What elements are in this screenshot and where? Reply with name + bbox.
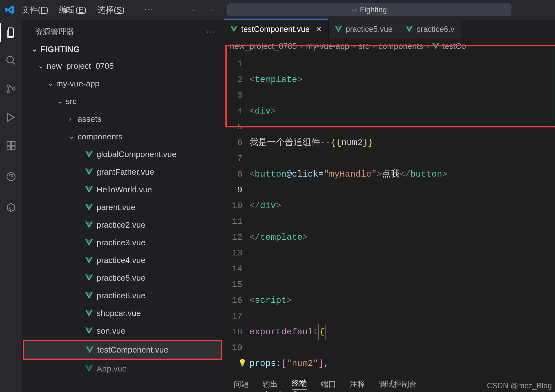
chevron-down-icon — [57, 97, 63, 105]
search-icon: ⌕ — [352, 6, 356, 14]
panel-tab-comments[interactable]: 注释 — [350, 379, 365, 389]
menu-bar: 文件(F) 编辑(E) 选择(S) ··· — [21, 4, 153, 15]
file-item[interactable]: practice2.vue — [22, 216, 224, 234]
file-label: testComponent.vue — [97, 345, 168, 355]
svg-point-8 — [7, 173, 15, 181]
menu-select[interactable]: 选择(S) — [97, 4, 125, 15]
file-item[interactable]: shopcar.vue — [22, 304, 224, 322]
hex-icon[interactable] — [5, 201, 17, 214]
file-label: practice4.vue — [97, 255, 146, 265]
chevron-down-icon — [38, 62, 44, 70]
command-center[interactable]: ⌕ Fighting — [227, 3, 511, 16]
nav-back-icon[interactable]: ← — [190, 4, 200, 15]
line-gutter: 12345678910111213141516171819 — [224, 54, 249, 376]
activity-bar — [0, 20, 22, 392]
panel-tab-output[interactable]: 输出 — [263, 379, 278, 389]
file-label: shopcar.vue — [97, 308, 141, 318]
file-label: practice5.vue — [97, 273, 146, 283]
tree-folder-project[interactable]: new_project_0705 — [22, 57, 224, 75]
svg-rect-6 — [11, 146, 15, 149]
file-item[interactable]: practice6.vue — [22, 287, 224, 304]
editor[interactable]: 12345678910111213141516171819 <template>… — [224, 54, 555, 376]
panel-tab-terminal[interactable]: 终端 — [292, 378, 307, 390]
sidebar-more-icon[interactable]: ··· — [206, 27, 215, 37]
sidebar: 资源管理器 ··· FIGHTING new_project_0705 my-v… — [22, 20, 224, 392]
tab-practice5[interactable]: practice5.vue — [329, 20, 399, 38]
svg-point-1 — [7, 85, 9, 87]
svg-rect-4 — [7, 142, 10, 145]
search-text: Fighting — [360, 5, 387, 14]
sidebar-title: 资源管理器 — [35, 26, 74, 37]
search-activity-icon[interactable] — [5, 54, 17, 67]
chevron-down-icon — [32, 45, 37, 53]
file-label: practice6.vue — [97, 291, 146, 301]
file-label: HelloWorld.vue — [97, 185, 152, 195]
run-debug-icon[interactable] — [5, 111, 17, 124]
file-item[interactable]: parent.vue — [22, 198, 224, 216]
tree-folder-src[interactable]: src — [22, 92, 224, 110]
close-icon[interactable]: ✕ — [315, 25, 322, 34]
editor-column: testComponent.vue ✕ practice5.vue practi… — [224, 20, 555, 392]
file-item[interactable]: son.vue — [22, 322, 224, 340]
file-item[interactable]: grantFather.vue — [22, 163, 224, 181]
nav-forward-icon[interactable]: → — [206, 4, 215, 15]
chevron-down-icon — [47, 79, 53, 88]
menu-more-icon[interactable]: ··· — [144, 4, 153, 15]
panel-tab-problems[interactable]: 问题 — [234, 379, 249, 389]
file-item[interactable]: practice3.vue — [22, 234, 224, 251]
svg-point-0 — [7, 56, 14, 63]
file-label: parent.vue — [97, 202, 135, 212]
editor-tabs: testComponent.vue ✕ practice5.vue practi… — [224, 20, 555, 38]
tree-folder-components[interactable]: components — [22, 128, 224, 145]
file-item[interactable]: testComponent.vue — [23, 340, 222, 360]
extensions-icon[interactable] — [5, 139, 17, 152]
menu-file[interactable]: 文件(F) — [21, 4, 48, 15]
panel-tab-ports[interactable]: 端口 — [321, 379, 336, 389]
code-body[interactable]: <template> <div> 我是一个普通组件--{{ num2 }} <b… — [249, 54, 555, 376]
source-control-icon[interactable] — [5, 83, 17, 95]
panel-tabs: 问题 输出 终端 端口 注释 调试控制台 CSDN @mez_Blog — [224, 376, 555, 392]
file-item[interactable]: globalComponent.vue — [22, 145, 224, 163]
file-label: grantFather.vue — [97, 167, 154, 177]
file-label: globalComponent.vue — [97, 149, 176, 159]
svg-rect-7 — [11, 142, 15, 145]
tab-testcomponent[interactable]: testComponent.vue ✕ — [224, 20, 329, 38]
chevron-right-icon — [69, 115, 75, 123]
svg-point-3 — [13, 88, 15, 90]
file-label: son.vue — [97, 326, 125, 336]
svg-point-2 — [7, 91, 9, 93]
menu-edit[interactable]: 编辑(E) — [59, 4, 87, 15]
file-tree: FIGHTING new_project_0705 my-vue-app src… — [22, 41, 224, 381]
tree-root[interactable]: FIGHTING — [22, 41, 224, 57]
breadcrumb[interactable]: new_project_0705› my-vue-app› src› compo… — [224, 38, 555, 54]
nav-arrows: ← → — [190, 4, 215, 15]
vscode-logo-icon — [5, 5, 15, 15]
file-label: practice3.vue — [97, 238, 146, 248]
chat-icon[interactable] — [5, 170, 17, 183]
file-item[interactable]: HelloWorld.vue — [22, 181, 224, 198]
file-item[interactable]: practice4.vue — [22, 251, 224, 269]
title-bar: 文件(F) 编辑(E) 选择(S) ··· ← → ⌕ Fighting — [0, 0, 555, 20]
panel-tab-debug-console[interactable]: 调试控制台 — [379, 379, 417, 389]
tab-practice6[interactable]: practice6.v — [399, 20, 461, 38]
tree-folder-app[interactable]: my-vue-app — [22, 75, 224, 92]
watermark: CSDN @mez_Blog — [487, 381, 552, 390]
explorer-icon[interactable] — [5, 26, 17, 38]
file-label: App.vue — [97, 364, 127, 374]
chevron-down-icon — [69, 132, 75, 141]
svg-rect-5 — [7, 146, 10, 149]
file-item[interactable]: practice5.vue — [22, 269, 224, 287]
tree-folder-assets[interactable]: assets — [22, 110, 224, 128]
file-label: practice2.vue — [97, 220, 146, 230]
file-item[interactable]: App.vue — [22, 360, 224, 377]
lightbulb-icon[interactable]: 💡 — [238, 356, 247, 372]
